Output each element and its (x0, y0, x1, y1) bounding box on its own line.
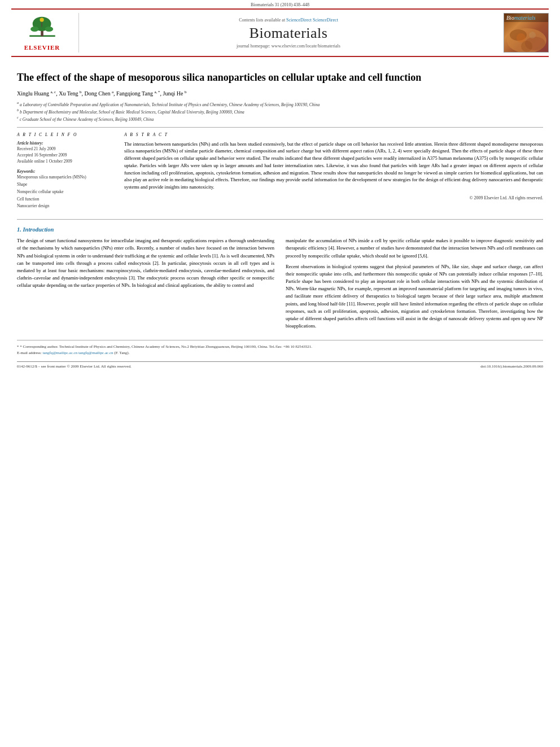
main-content: The effect of the shape of mesoporous si… (17, 57, 543, 374)
affiliation-a: a a Laboratory of Controllable Preparati… (17, 101, 543, 108)
intro-left-para-1: The design of smart functional nanosyste… (17, 237, 274, 289)
authors: Xinglu Huang a, c, Xu Teng b, Dong Chen … (17, 90, 543, 97)
email-address[interactable]: tangfq@mailipc.ac.cn (43, 351, 78, 355)
history-label: Article history: (17, 141, 113, 146)
divider-2 (17, 219, 543, 220)
keyword-3: Nonspecific cellular uptake (17, 189, 113, 196)
intro-right-para-2: Recent observations in biological system… (286, 263, 543, 330)
affiliation-b: b b Department of Biochemistry and Molec… (17, 108, 543, 115)
footer-doi: doi:10.1016/j.biomaterials.2009.09.060 (480, 364, 543, 369)
contents-line: Contents lists available at ScienceDirec… (239, 18, 338, 23)
affiliation-c: c c Graduate School of the Chinese Acade… (17, 115, 543, 123)
svg-point-10 (517, 33, 526, 42)
sciencedirect-link[interactable]: ScienceDirect (286, 18, 312, 23)
email-name: (F. Tang). (114, 351, 129, 355)
keyword-1: Mesoporous silica nanoparticles (MSNs) (17, 174, 113, 181)
intro-right-para-1: manipulate the accumulation of NPs insid… (286, 237, 543, 260)
svg-point-12 (521, 41, 532, 52)
elsevier-logo: ELSEVIER (23, 15, 62, 51)
intro-section-label: Introduction (23, 226, 54, 233)
svg-point-3 (30, 27, 39, 32)
keywords-block: Keywords: Mesoporous silica nanoparticle… (17, 169, 113, 210)
keywords-label: Keywords: (17, 169, 113, 174)
svg-point-11 (529, 32, 536, 38)
journal-header: ELSEVIER Contents lists available at Sci… (11, 8, 549, 57)
footer-issn: 0142-9612/$ – see front matter © 2009 El… (17, 364, 132, 369)
footer-bar: 0142-9612/$ – see front matter © 2009 El… (17, 361, 543, 369)
keyword-5: Nanocarrier design (17, 203, 113, 210)
abstract-header: A B S T R A C T (124, 132, 543, 137)
svg-point-5 (40, 18, 43, 21)
email-label: E-mail address: (17, 351, 42, 355)
corresponding-text: * Corresponding author. Technical Instit… (20, 344, 312, 349)
keyword-2: Shape (17, 181, 113, 189)
intro-left-column: The design of smart functional nanosyste… (17, 237, 274, 333)
intro-section-title: 1. Introduction (17, 226, 543, 233)
footnote-area: * * Corresponding author. Technical Inst… (17, 340, 543, 356)
copyright-line: © 2009 Elsevier Ltd. All rights reserved… (124, 195, 543, 200)
accepted-text: Accepted 16 September 2009 (17, 152, 113, 158)
elsevier-logo-area: ELSEVIER (11, 13, 79, 53)
corresponding-author-note: * * Corresponding author. Technical Inst… (17, 344, 543, 350)
affiliations: a a Laboratory of Controllable Preparati… (17, 101, 543, 123)
journal-homepage: journal homepage: www.elsevier.com/locat… (237, 43, 340, 49)
journal-center: Contents lists available at ScienceDirec… (79, 13, 498, 53)
intro-section-number: 1. (17, 226, 21, 233)
journal-title: Biomaterials (250, 25, 328, 42)
cover-label: Biomaterials (504, 14, 548, 22)
abstract-text: The interaction between nanoparticles (N… (124, 141, 543, 191)
keyword-4: Cell function (17, 196, 113, 203)
journal-cover-image: Biomaterials (504, 13, 549, 53)
sciencedirect-link-text: ScienceDirect (313, 18, 338, 23)
divider-1 (17, 127, 543, 128)
introduction-section: 1. Introduction The design of smart func… (17, 226, 543, 333)
svg-point-4 (45, 27, 53, 32)
citation-text: Biomaterials 31 (2010) 438–448 (251, 2, 309, 7)
received-text: Received 21 July 2009 (17, 146, 113, 152)
elsevier-brand: ELSEVIER (24, 44, 60, 51)
article-info-header: A R T I C L E I N F O (17, 132, 113, 137)
elsevier-tree-icon (23, 15, 62, 43)
intro-right-column: manipulate the accumulation of NPs insid… (286, 237, 543, 333)
journal-cover-area: Biomaterials (498, 13, 549, 53)
abstract-column: A B S T R A C T The interaction between … (124, 132, 543, 215)
intro-body-columns: The design of smart functional nanosyste… (17, 237, 543, 333)
email-address-text: tangfq@mailipc.ac.cn (78, 351, 113, 355)
keywords-list: Mesoporous silica nanoparticles (MSNs) S… (17, 174, 113, 210)
email-note: E-mail address: tangfq@mailipc.ac.cn tan… (17, 350, 543, 356)
available-text: Available online 1 October 2009 (17, 158, 113, 164)
cover-art (504, 24, 549, 53)
article-info-column: A R T I C L E I N F O Article history: R… (17, 132, 113, 215)
info-abstract-row: A R T I C L E I N F O Article history: R… (17, 132, 543, 215)
article-title: The effect of the shape of mesoporous si… (17, 71, 543, 84)
citation-bar: Biomaterials 31 (2010) 438–448 (0, 0, 560, 8)
history-block: Article history: Received 21 July 2009 A… (17, 141, 113, 165)
